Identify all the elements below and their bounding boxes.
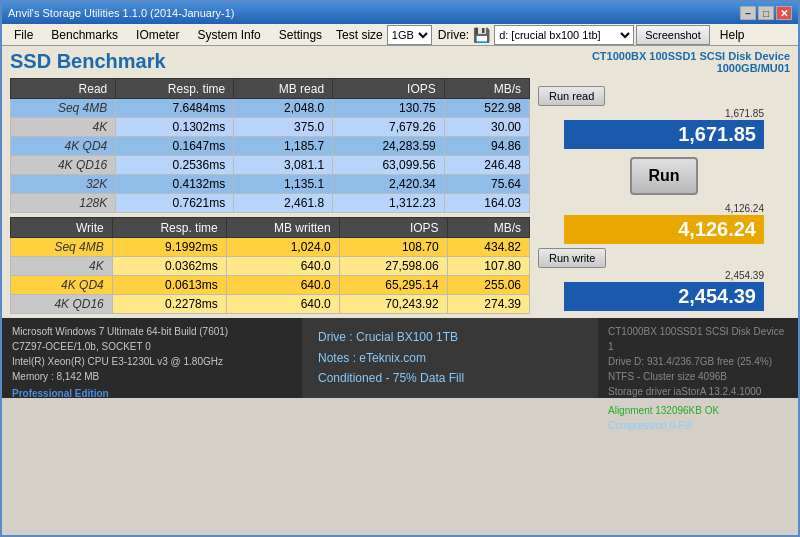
read-cell-2-0: 4K QD4 xyxy=(11,137,116,156)
write-header-mbs: MB/s xyxy=(447,218,529,238)
test-size-label: Test size xyxy=(336,28,383,42)
write-header-label: Write xyxy=(11,218,113,238)
menu-iometer[interactable]: IOmeter xyxy=(128,26,187,44)
read-cell-5-3: 1,312.23 xyxy=(333,194,445,213)
content-wrapper: Read Resp. time MB read IOPS MB/s Seq 4M… xyxy=(10,78,790,314)
drive-select[interactable]: d: [crucial bx100 1tb] xyxy=(494,25,634,45)
run-button[interactable]: Run xyxy=(630,157,697,195)
read-score-bar: 1,671.85 xyxy=(564,120,764,149)
write-table-row: 4K QD160.2278ms640.070,243.92274.39 xyxy=(11,295,530,314)
footer-sysinfo: Microsoft Windows 7 Ultimate 64-bit Buil… xyxy=(2,318,302,398)
write-cell-1-3: 27,598.06 xyxy=(339,257,447,276)
drive-icon: 💾 xyxy=(473,27,490,43)
left-section: Read Resp. time MB read IOPS MB/s Seq 4M… xyxy=(10,78,530,314)
write-cell-0-0: Seq 4MB xyxy=(11,238,113,257)
sysinfo-line3: Intel(R) Xeon(R) CPU E3-1230L v3 @ 1.80G… xyxy=(12,354,292,369)
write-score-bar: 2,454.39 xyxy=(564,282,764,311)
close-button[interactable]: ✕ xyxy=(776,6,792,20)
read-cell-1-2: 375.0 xyxy=(234,118,333,137)
sysinfo-line1: Microsoft Windows 7 Ultimate 64-bit Buil… xyxy=(12,324,292,339)
read-cell-0-0: Seq 4MB xyxy=(11,99,116,118)
write-table-row: Seq 4MB9.1992ms1,024.0108.70434.82 xyxy=(11,238,530,257)
notes-line1: Drive : Crucial BX100 1TB xyxy=(318,327,582,347)
write-cell-3-3: 70,243.92 xyxy=(339,295,447,314)
benchmark-title: SSD Benchmark xyxy=(10,50,166,73)
read-table-row: 128K0.7621ms2,461.81,312.23164.03 xyxy=(11,194,530,213)
menu-settings[interactable]: Settings xyxy=(271,26,330,44)
read-cell-0-2: 2,048.0 xyxy=(234,99,333,118)
read-cell-2-2: 1,185.7 xyxy=(234,137,333,156)
test-size-select[interactable]: 1GB xyxy=(387,25,432,45)
read-cell-0-3: 130.75 xyxy=(333,99,445,118)
write-cell-1-1: 0.0362ms xyxy=(112,257,226,276)
read-cell-4-0: 32K xyxy=(11,175,116,194)
read-header-resp: Resp. time xyxy=(116,79,234,99)
read-score-value: 1,671.85 xyxy=(678,123,756,146)
read-header-iops: IOPS xyxy=(333,79,445,99)
read-cell-2-4: 94.86 xyxy=(444,137,529,156)
read-table: Read Resp. time MB read IOPS MB/s Seq 4M… xyxy=(10,78,530,213)
write-cell-3-1: 0.2278ms xyxy=(112,295,226,314)
benchmark-header: SSD Benchmark CT1000BX 100SSD1 SCSI Disk… xyxy=(10,50,790,74)
read-cell-4-1: 0.4132ms xyxy=(116,175,234,194)
read-cell-2-3: 24,283.59 xyxy=(333,137,445,156)
read-cell-3-1: 0.2536ms xyxy=(116,156,234,175)
read-cell-4-4: 75.64 xyxy=(444,175,529,194)
menu-sysinfo[interactable]: System Info xyxy=(189,26,268,44)
read-cell-2-1: 0.1647ms xyxy=(116,137,234,156)
maximize-button[interactable]: □ xyxy=(758,6,774,20)
read-cell-1-0: 4K xyxy=(11,118,116,137)
menu-help[interactable]: Help xyxy=(712,26,753,44)
menu-file[interactable]: File xyxy=(6,26,41,44)
read-table-row: Seq 4MB7.6484ms2,048.0130.75522.98 xyxy=(11,99,530,118)
screenshot-button[interactable]: Screenshot xyxy=(636,25,710,45)
read-cell-4-2: 1,135.1 xyxy=(234,175,333,194)
write-table-row: 4K QD40.0613ms640.065,295.14255.06 xyxy=(11,276,530,295)
footer-notes: Drive : Crucial BX100 1TB Notes : eTekni… xyxy=(302,318,598,398)
read-header-mb: MB read xyxy=(234,79,333,99)
read-cell-1-3: 7,679.26 xyxy=(333,118,445,137)
read-table-row: 4K QD40.1647ms1,185.724,283.5994.86 xyxy=(11,137,530,156)
write-cell-0-1: 9.1992ms xyxy=(112,238,226,257)
professional-edition: Professional Edition xyxy=(12,386,292,401)
total-score-top: 4,126.24 xyxy=(564,203,764,214)
read-cell-3-4: 246.48 xyxy=(444,156,529,175)
read-cell-0-4: 522.98 xyxy=(444,99,529,118)
menu-benchmarks[interactable]: Benchmarks xyxy=(43,26,126,44)
write-cell-1-4: 107.80 xyxy=(447,257,529,276)
footer-device: CT1000BX 100SSD1 SCSI Disk Device 1 Driv… xyxy=(598,318,798,398)
device-info-line1: CT1000BX 100SSD1 SCSI Disk Device 1 xyxy=(608,324,788,354)
alignment-ok: Alignment 132096KB OK xyxy=(608,405,719,416)
window-title: Anvil's Storage Utilities 1.1.0 (2014-Ja… xyxy=(8,7,234,19)
write-cell-2-1: 0.0613ms xyxy=(112,276,226,295)
total-score-block: 4,126.24 4,126.24 xyxy=(564,203,764,244)
sysinfo-line4: Memory : 8,142 MB xyxy=(12,369,292,384)
write-score-value: 2,454.39 xyxy=(678,285,756,308)
write-score-block: 2,454.39 2,454.39 xyxy=(564,270,764,311)
read-cell-5-2: 2,461.8 xyxy=(234,194,333,213)
device-info-line4: Storage driver iaStorA 13.2.4.1000 xyxy=(608,384,788,399)
write-header-resp: Resp. time xyxy=(112,218,226,238)
test-size-section: Test size 1GB xyxy=(336,25,432,45)
read-cell-1-4: 30.00 xyxy=(444,118,529,137)
run-write-button[interactable]: Run write xyxy=(538,248,606,268)
minimize-button[interactable]: – xyxy=(740,6,756,20)
drive-section: Drive: 💾 d: [crucial bx100 1tb] xyxy=(438,25,634,45)
read-score-top: 1,671.85 xyxy=(564,108,764,119)
write-cell-2-2: 640.0 xyxy=(226,276,339,295)
write-cell-2-4: 255.06 xyxy=(447,276,529,295)
read-score-block: 1,671.85 1,671.85 xyxy=(564,108,764,149)
notes-line2: Notes : eTeknix.com xyxy=(318,348,582,368)
write-cell-3-0: 4K QD16 xyxy=(11,295,113,314)
read-cell-5-4: 164.03 xyxy=(444,194,529,213)
write-header-mb: MB written xyxy=(226,218,339,238)
footer: Microsoft Windows 7 Ultimate 64-bit Buil… xyxy=(2,318,798,398)
read-cell-5-0: 128K xyxy=(11,194,116,213)
write-cell-3-4: 274.39 xyxy=(447,295,529,314)
title-bar: Anvil's Storage Utilities 1.1.0 (2014-Ja… xyxy=(2,2,798,24)
write-score-top: 2,454.39 xyxy=(564,270,764,281)
run-read-button[interactable]: Run read xyxy=(538,86,605,106)
write-header-iops: IOPS xyxy=(339,218,447,238)
compression-info: Compression 0-Fill xyxy=(608,420,691,431)
device-info: CT1000BX 100SSD1 SCSI Disk Device 1000GB… xyxy=(592,50,790,74)
